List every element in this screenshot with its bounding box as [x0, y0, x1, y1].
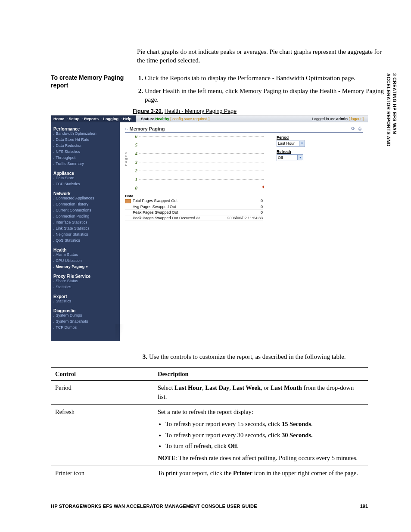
sidebar-item[interactable]: TCP Dumps	[53, 325, 117, 331]
chart-y-tick: 1	[131, 177, 137, 182]
sidebar-item[interactable]: Traffic Summary	[53, 162, 117, 168]
printer-icon[interactable]: ⎙	[357, 126, 363, 131]
sidebar-item[interactable]: QoS Statistics	[53, 238, 117, 244]
nav-logging[interactable]: Logging	[103, 117, 119, 121]
data-row-label: Total Pages Swapped Out	[133, 199, 224, 203]
data-table-header: Data	[125, 194, 263, 198]
nav-reports[interactable]: Reports	[84, 117, 99, 121]
data-row-value: 0	[224, 205, 263, 209]
sidebar-item[interactable]: NFS Statistics	[53, 149, 117, 156]
logout-link[interactable]: [ logout ]	[349, 117, 364, 121]
chart-controls: Period Last Hour ▾ Refresh Off ▾	[277, 135, 315, 164]
cell-desc-printer: To print your report, click the Printer …	[153, 466, 368, 481]
legend-swatch-empty	[125, 205, 131, 209]
step-2-number: 2.	[133, 87, 145, 104]
legend-swatch-empty	[125, 210, 131, 215]
sidebar-item[interactable]: CPU Utilization	[53, 258, 117, 264]
chart-gridline	[139, 136, 264, 137]
sidebar-item[interactable]: Current Connections	[53, 208, 117, 214]
sidebar-item[interactable]: Link State Statistics	[53, 226, 117, 232]
main-content-area: :. Memory Paging ⟳ ⎙ P a g e s 6543210 P…	[120, 122, 368, 341]
sidebar-item[interactable]: TCP Statistics	[53, 182, 117, 188]
page-footer: HP STORAGEWORKS EFS WAN ACCELERATOR MANA…	[51, 504, 368, 509]
top-nav-bar: Home: Setup: Reports: Logging: Help	[51, 115, 136, 122]
screenshot-figure: Home: Setup: Reports: Logging: Help Stat…	[51, 115, 368, 341]
chevron-down-icon: ▾	[299, 141, 305, 146]
figure-title: Health - Memory Paging Page	[165, 108, 237, 114]
document-page: 3 CREATING HP EFS WAN ACCELERATOR REPORT…	[0, 0, 411, 532]
sidebar-item[interactable]: Data Store Hit Rate	[53, 137, 117, 143]
data-row-value: 2006/06/02 11:24:33	[224, 216, 263, 220]
sidebar-item[interactable]: Alarm Status	[53, 252, 117, 258]
chart-gridline	[139, 179, 264, 180]
chart-y-tick: 2	[131, 168, 137, 173]
cell-desc-period: Select Last Hour, Last Day, Last Week, o…	[153, 380, 368, 405]
cell-desc-refresh: Set a rate to refresh the report display…	[153, 405, 368, 466]
chart-y-tick: 0	[131, 185, 137, 190]
sidebar-category: Appliance	[53, 171, 117, 176]
chart-grid: 6543210	[139, 136, 264, 188]
sidebar-item[interactable]: Interface Statistics	[53, 220, 117, 226]
nav-help[interactable]: Help	[123, 117, 132, 121]
chart-gridline	[139, 153, 264, 154]
login-info: Logged in as: admin [ logout ]	[312, 117, 368, 121]
sidebar-category: Diagnostic	[53, 308, 117, 313]
data-row-label: Avg Pages Swapped Out	[133, 205, 224, 209]
period-value: Last Hour	[278, 141, 295, 146]
step-3: 3. Use the controls to customize the rep…	[137, 352, 385, 361]
data-table-row: Peak Pages Swapped Out Occurred At2006/0…	[125, 215, 263, 221]
chart-gridline	[139, 162, 264, 162]
sidebar: PerformanceBandwidth OptimizationData St…	[51, 122, 120, 341]
sidebar-item[interactable]: Bandwidth Optimization	[53, 131, 117, 137]
side-tab-line2: ACCELERATOR REPORTS AND	[386, 73, 391, 146]
refresh-label: Refresh	[277, 149, 315, 154]
chart-y-tick: 3	[131, 159, 137, 165]
sidebar-item[interactable]: Statistics	[53, 285, 117, 291]
cell-control-refresh: Refresh	[51, 405, 153, 466]
chart-y-tick: 6	[131, 134, 137, 139]
refresh-select[interactable]: Off ▾	[277, 154, 303, 161]
sidebar-category: Export	[53, 294, 117, 299]
table-row-refresh: Refresh Set a rate to refresh the report…	[51, 405, 368, 466]
cell-control-printer: Printer icon	[51, 466, 153, 481]
sidebar-item[interactable]: Connected Appliances	[53, 196, 117, 202]
memory-paging-chart: P a g e s 6543210	[125, 135, 264, 191]
sidebar-item[interactable]: Statistics	[53, 299, 117, 305]
refresh-value: Off	[278, 156, 283, 160]
sidebar-item[interactable]: System Snapshots	[53, 319, 117, 325]
legend-swatch-empty	[125, 216, 131, 220]
step-1: 1. Click the Reports tab to display the …	[133, 74, 385, 82]
sidebar-item[interactable]: Connection Pooling	[53, 214, 117, 220]
chart-y-tick: 5	[131, 142, 137, 147]
nav-setup[interactable]: Setup	[69, 117, 80, 121]
period-label: Period	[277, 135, 315, 140]
data-row-label: Peak Pages Swapped Out Occurred At	[133, 216, 224, 220]
step-1-text: Click the Reports tab to display the Per…	[145, 74, 385, 82]
data-table-row: Peak Pages Swapped Out0	[125, 210, 263, 215]
sidebar-item[interactable]: Connection History	[53, 202, 117, 208]
figure-caption: Figure 3-20. Health - Memory Paging Page	[133, 108, 385, 114]
chart-gridline	[139, 145, 264, 145]
side-tab-line1: 3 CREATING HP EFS WAN	[392, 73, 397, 134]
sidebar-item[interactable]: Data Store	[53, 176, 117, 182]
sidebar-item[interactable]: Neighbor Statistics	[53, 232, 117, 238]
step-3-text: Use the controls to customize the report…	[149, 352, 385, 361]
refresh-icon[interactable]: ⟳	[350, 126, 356, 131]
sidebar-item[interactable]: Throughput	[53, 156, 117, 162]
status-config-save[interactable]: [ config save required ]	[170, 117, 209, 121]
sidebar-item[interactable]: Memory Paging »	[53, 264, 117, 271]
data-row-value: 0	[224, 199, 263, 203]
sidebar-category: Performance	[53, 127, 117, 131]
nav-home[interactable]: Home	[53, 117, 64, 121]
intro-paragraph: Pie chart graphs do not indicate peaks o…	[137, 47, 385, 65]
sidebar-item[interactable]: Share Status	[53, 279, 117, 285]
data-table: Data Total Pages Swapped Out0Avg Pages S…	[125, 194, 263, 221]
step-2-text: Under Health in the left menu, click Mem…	[145, 87, 385, 104]
step-1-number: 1.	[133, 74, 145, 82]
chevron-down-icon: ▾	[297, 155, 303, 160]
sidebar-item[interactable]: Data Reduction	[53, 143, 117, 149]
data-row-value: 0	[224, 210, 263, 215]
sidebar-item[interactable]: System Dumps	[53, 313, 117, 319]
step-2: 2. Under Health in the left menu, click …	[133, 87, 385, 104]
period-select[interactable]: Last Hour ▾	[277, 140, 305, 147]
